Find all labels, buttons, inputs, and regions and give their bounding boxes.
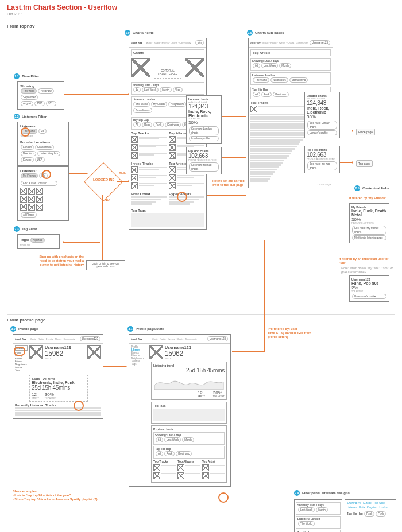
user-pill[interactable]: Username123: [207, 336, 228, 341]
login-cta[interactable]: Login or join to see your personal chart…: [86, 260, 125, 270]
tf-yest[interactable]: Yesterday: [38, 88, 54, 94]
nav-links[interactable]: Music · Radio · Events · Charts · Commun…: [262, 41, 307, 44]
lf-uk[interactable]: United Kingdom: [37, 151, 60, 156]
lf-ny[interactable]: New York: [21, 151, 36, 156]
lf2-allplaces[interactable]: All Places: [21, 212, 37, 218]
step-badge: 1.0: [125, 30, 130, 36]
fh-opt[interactable]: Electronic: [165, 122, 181, 127]
logo[interactable]: last.fm: [15, 337, 26, 341]
fh-opt[interactable]: Last Week: [142, 87, 159, 92]
pp-user: Username123: [45, 345, 71, 350]
hs2-btn[interactable]: See more hip hop charts: [307, 161, 337, 170]
sp-opt[interactable]: The World: [253, 77, 269, 83]
tf-aug[interactable]: August: [21, 101, 33, 106]
af2-lis[interactable]: Listeners: United Kingdom · London: [347, 506, 394, 509]
fh-opt[interactable]: Rock: [142, 122, 152, 127]
sub-title: Top Artists: [250, 49, 331, 56]
ls2-btn2[interactable]: London's profile: [307, 130, 337, 135]
hs-num: 102,663: [188, 153, 219, 159]
tab[interactable]: Tags: [131, 363, 147, 366]
fh-opt[interactable]: Scandinavia: [133, 108, 152, 113]
fh-opt[interactable]: 6d: [133, 87, 141, 92]
af2-opt[interactable]: Rock: [364, 511, 374, 517]
decision-yes: YES: [119, 171, 126, 174]
tab[interactable]: Tags: [15, 368, 28, 371]
lf2-find[interactable]: Find a user / location: [21, 181, 57, 186]
lf-eu[interactable]: Europe: [21, 157, 34, 162]
london-stats-2: London charts and in the UK & total 124,…: [304, 92, 340, 138]
logo[interactable]: last.fm: [131, 337, 142, 341]
lf-usa[interactable]: USA: [35, 157, 45, 162]
fh-opt[interactable]: Funk: [153, 122, 164, 127]
fh-opt[interactable]: Month: [160, 87, 172, 92]
lf-me[interactable]: Me: [38, 129, 47, 134]
fh-opt[interactable]: My Charts: [151, 102, 168, 107]
logo[interactable]: last.fm: [131, 41, 142, 45]
sp-opt[interactable]: Scandinavia: [289, 77, 308, 83]
avatar-icon: [20, 204, 27, 211]
fh-opt[interactable]: The World: [133, 102, 150, 107]
ls-btn2[interactable]: London's profile: [189, 136, 219, 141]
sp-opt[interactable]: Neighbours: [270, 77, 288, 83]
note-myfriends: If filtered by 'My Friends': [349, 196, 386, 200]
lf-london[interactable]: London: [21, 145, 34, 150]
ls2-btn1[interactable]: See more London charts: [307, 121, 337, 130]
af1-opt[interactable]: Last Week: [298, 507, 315, 512]
fh-opt[interactable]: Year: [173, 87, 183, 92]
sp-opt[interactable]: Electronic: [273, 92, 289, 97]
tg-sel[interactable]: Hip Hop: [30, 238, 44, 243]
arrow: [69, 173, 87, 174]
tf-thisweek[interactable]: This week: [21, 88, 37, 94]
fh-opt[interactable]: All: [133, 122, 141, 127]
af1-opt[interactable]: The World: [298, 521, 315, 526]
nav-links[interactable]: Music · Radio · Events · Charts · Commun…: [152, 337, 196, 340]
thumb-icon: [169, 152, 176, 159]
logo[interactable]: last.fm: [250, 41, 261, 45]
ps-opt[interactable]: Last Week: [164, 437, 181, 442]
user-pill[interactable]: Username123: [80, 336, 100, 341]
place-page-link[interactable]: Place page: [356, 129, 375, 135]
lf2-friends[interactable]: My Friends: [21, 173, 38, 178]
ls-tags: Indie, Rock, Electronic: [188, 110, 219, 118]
fh-opt[interactable]: Neighbours: [168, 102, 186, 107]
arrow: [64, 94, 129, 95]
ps-opt[interactable]: All: [156, 451, 163, 456]
sp-opt[interactable]: Month: [279, 63, 291, 68]
thumb-icon: [131, 144, 138, 151]
sp-opt[interactable]: All: [253, 92, 260, 97]
ps-opt[interactable]: Electronic: [176, 451, 192, 456]
tf-sept[interactable]: September: [21, 95, 38, 100]
blk-tar: Top Artists: [169, 162, 187, 165]
nav-links[interactable]: Music · Radio · Events · Charts · Commun…: [146, 41, 191, 44]
thumb-icon: [202, 472, 209, 479]
ps-opt[interactable]: Month: [182, 437, 194, 442]
user-pill[interactable]: Username123: [310, 40, 330, 45]
nav-links[interactable]: Music · Radio · Events · Charts · Commun…: [30, 337, 75, 340]
ps-opt[interactable]: 6d: [156, 437, 163, 442]
tf-2010[interactable]: 2010: [34, 101, 45, 106]
af2-line[interactable]: Showing: All · Europe · This week · · ·: [347, 502, 394, 504]
ps-showing: Showing: Last 7 days: [155, 434, 223, 437]
uc-tags: Funk, Pop 80s: [351, 281, 387, 285]
pp-rarlbl: RARITY: [32, 397, 39, 399]
ls-btn1[interactable]: See more London charts: [189, 126, 219, 135]
hs-btn[interactable]: See more hip hop charts: [189, 162, 219, 172]
af2-opt[interactable]: Funk: [376, 511, 386, 517]
ps-opt[interactable]: Rock: [164, 451, 175, 456]
af1-opt[interactable]: Month: [316, 507, 328, 512]
avatar-icon: [28, 188, 35, 195]
fc-b2[interactable]: My friends listening page: [352, 235, 386, 240]
hero-img: [185, 58, 204, 77]
fc-b1[interactable]: See more 'My friends' charts: [352, 226, 386, 235]
uc-b[interactable]: Username's profile: [352, 294, 386, 299]
topnav: last.fmMusic · Radio · Events · Charts ·…: [129, 38, 206, 48]
hs-sub: PEOPLE TAGGED THIS FEED: [188, 159, 219, 161]
join[interactable]: join: [195, 40, 204, 45]
sp-opt[interactable]: Rock: [261, 92, 272, 97]
pp-rar: 12: [32, 392, 39, 397]
sp-opt[interactable]: 6d: [253, 63, 260, 68]
tf-2011[interactable]: 2011: [46, 101, 56, 106]
lf-scan[interactable]: Scandinavia: [35, 145, 54, 150]
sp-opt[interactable]: Last Week: [261, 63, 278, 68]
tag-page-link[interactable]: Tag page: [356, 160, 373, 167]
